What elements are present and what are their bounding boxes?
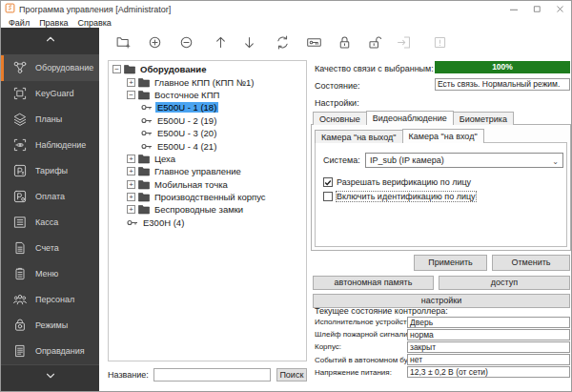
tree-item[interactable]: +Цеха — [109, 153, 306, 165]
alert-icon — [432, 34, 448, 51]
sidebar-item-payment[interactable]: Оплата — [1, 184, 99, 210]
tree-expander[interactable]: + — [127, 193, 135, 201]
status-row: Исполнительное устройство:Дверь — [315, 316, 570, 328]
tree-item[interactable]: +Беспроводные замки — [109, 203, 306, 216]
folder-icon — [138, 77, 150, 88]
status-row-label: Событий в автономном буфере: — [315, 356, 407, 364]
tree-item-label: Производственный корпус — [153, 192, 268, 202]
tree-item[interactable]: E500U - 3 (20) — [109, 127, 306, 139]
folder-icon — [138, 192, 150, 202]
folder-icon — [138, 204, 150, 215]
subtab-camera[interactable]: Камера "на вход" — [402, 129, 484, 143]
tree-expander[interactable]: + — [127, 167, 135, 175]
minimize-button[interactable] — [502, 1, 525, 17]
sidebar-collapse-button[interactable] — [1, 28, 99, 55]
sidebar-item-cashdesk[interactable]: Касса — [1, 210, 99, 236]
chevron-up-icon — [44, 32, 57, 50]
tree-expander[interactable]: − — [127, 91, 135, 99]
search-input[interactable] — [153, 368, 271, 382]
sidebar-item-surveillance[interactable]: Наблюдение — [1, 133, 99, 158]
equipment-icon — [12, 60, 28, 75]
sidebar-item-keyguard[interactable]: KeyGuard — [1, 81, 99, 107]
device-key-icon — [141, 142, 153, 151]
tree-expander[interactable]: + — [127, 155, 135, 163]
close-button[interactable] — [548, 1, 571, 17]
tree-item-label: E500U - 1 (18) — [155, 102, 218, 113]
sidebar-item-label: Наблюдение — [35, 140, 86, 150]
chevron-down-icon — [44, 369, 57, 386]
zoom-in-icon[interactable] — [147, 34, 163, 51]
accounts-icon — [12, 240, 28, 256]
cancel-button[interactable]: Отменить — [492, 255, 570, 271]
tab-основные[interactable]: Основные — [313, 112, 367, 125]
tab-биометрика[interactable]: Биометрика — [453, 112, 514, 125]
quality-label: Качество связи с выбранным: — [315, 64, 434, 73]
apply-button[interactable]: Применить — [414, 255, 487, 271]
sidebar-item-menu[interactable]: Меню — [1, 261, 99, 287]
sidebar-item-label: Режимы — [35, 320, 68, 330]
zoom-out-icon[interactable] — [178, 34, 194, 51]
tree-item[interactable]: −Оборудование — [109, 63, 306, 75]
state-field: Есть связь. Нормальный режим. — [435, 78, 570, 91]
access-button[interactable]: доступ — [439, 276, 570, 290]
tree-item[interactable]: E500U - 1 (18) — [109, 101, 306, 113]
tree-item[interactable]: E300H (4) — [109, 217, 306, 229]
verification-checkbox[interactable] — [323, 177, 333, 187]
key-card-icon[interactable] — [306, 34, 322, 51]
menu-item[interactable]: Справка — [73, 18, 116, 28]
sidebar-item-modes[interactable]: Режимы — [1, 313, 99, 339]
identification-checkbox[interactable] — [323, 192, 333, 201]
tariffs-icon — [12, 163, 28, 178]
sidebar-item-tariffs[interactable]: Тарифы — [1, 158, 99, 184]
tree-item[interactable]: −Восточное КПП — [109, 89, 306, 101]
tree-item-label: E500U - 4 (21) — [155, 141, 218, 152]
quality-progress: 100% — [435, 61, 570, 73]
tree-item[interactable]: +Главное управление — [109, 165, 306, 177]
menu-item[interactable]: Файл — [4, 18, 34, 28]
tree-expander[interactable]: − — [112, 65, 121, 73]
sidebar-item-label: Персонал — [35, 295, 74, 304]
titlebar: Программа управления [Administrator] — [1, 1, 571, 17]
sidebar-item-equipment[interactable]: Оборудование — [1, 55, 99, 81]
tree-item-label: Беспроводные замки — [153, 204, 245, 215]
unlock-icon[interactable] — [367, 34, 383, 51]
tree-item[interactable]: +Главное КПП (КПП №1) — [109, 75, 306, 88]
sidebar-item-label: Счета — [35, 243, 59, 253]
tree-expander[interactable]: + — [127, 205, 135, 214]
state-label: Состояние: — [315, 81, 359, 91]
sidebar-item-accounts[interactable]: Счета — [1, 236, 99, 261]
maximize-button[interactable] — [525, 1, 548, 17]
search-button[interactable]: Поиск — [276, 368, 307, 382]
tree-expander[interactable]: + — [127, 78, 135, 87]
sidebar-more-button[interactable] — [1, 364, 99, 392]
device-key-icon — [141, 116, 153, 125]
sidebar-item-staff[interactable]: Персонал — [1, 287, 99, 313]
tree-expander[interactable]: + — [127, 180, 135, 189]
folder-icon — [138, 179, 150, 190]
identification-checkbox-row[interactable]: Включить идентификацию по лицу — [323, 192, 476, 201]
sidebar-item-plans[interactable]: Планы — [1, 107, 99, 133]
lock-icon[interactable] — [337, 34, 353, 51]
sidebar-item-excuses[interactable]: Оправдания — [1, 339, 99, 364]
refresh-icon[interactable] — [275, 34, 291, 51]
verification-checkbox-row[interactable]: Разрешать верификацию по лицу — [323, 177, 471, 187]
status-row-label: Шлейф пожарной сигнализации: — [315, 330, 407, 339]
tree-item[interactable]: E500U - 2 (19) — [109, 114, 306, 127]
add-group-icon[interactable] — [115, 34, 132, 51]
move-up-icon[interactable] — [213, 34, 229, 51]
plans-icon — [12, 112, 28, 127]
tree-item[interactable]: +Мобильная точка — [109, 178, 306, 191]
subtab-camera[interactable]: Камера "на выход" — [315, 130, 403, 143]
tree-item[interactable]: E500U - 4 (21) — [109, 139, 306, 152]
menu-item[interactable]: Правка — [34, 18, 72, 28]
window-title: Программа управления [Administrator] — [19, 5, 171, 14]
tab-видеонаблюдение[interactable]: Видеонаблюдение — [366, 111, 454, 125]
autonomous-memory-button[interactable]: автономная память — [313, 276, 434, 290]
excuses-icon — [12, 343, 28, 359]
sidebar-item-label: Оборудование — [35, 63, 93, 72]
camera-page: Система: IP_sub (IP камера) ⌄ Разрешать … — [315, 142, 567, 247]
status-row: Напряжение питания:12,3 ± 0,2 В (от сети… — [315, 366, 570, 379]
move-down-icon[interactable] — [241, 34, 257, 51]
tree-item[interactable]: +Производственный корпус — [109, 191, 306, 203]
system-select[interactable]: IP_sub (IP камера) ⌄ — [365, 153, 563, 168]
